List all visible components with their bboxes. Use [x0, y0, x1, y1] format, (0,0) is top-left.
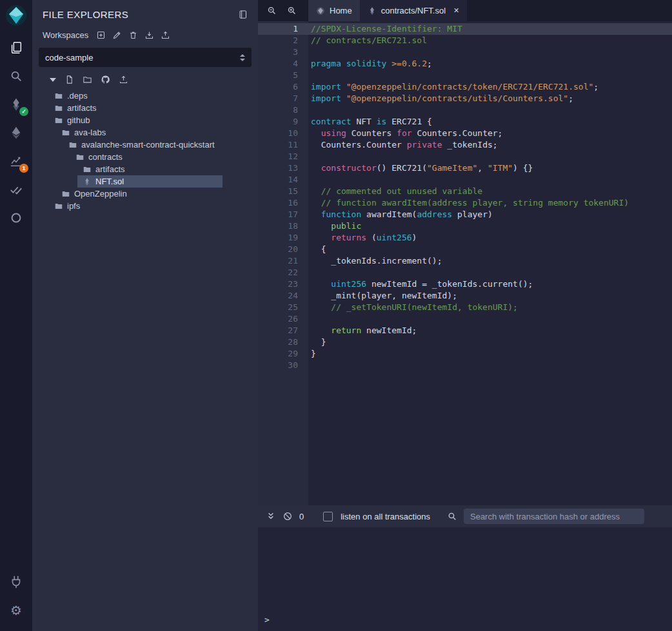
code-line[interactable]: 1//SPDX-License-Identifier: MIT — [258, 23, 672, 35]
upload-file-icon[interactable] — [119, 75, 128, 84]
line-number[interactable]: 13 — [258, 162, 308, 174]
solidity-analyzers-icon[interactable]: 1 — [7, 152, 25, 170]
code-line[interactable]: 22 — [258, 267, 672, 278]
line-number[interactable]: 24 — [258, 290, 308, 302]
tab-nft-sol[interactable]: contracts/NFT.sol ✕ — [360, 0, 468, 21]
code-line[interactable]: 9contract NFT is ERC721 { — [258, 116, 672, 128]
code-line[interactable]: 30 — [258, 360, 672, 371]
code-line[interactable]: 17 function awardItem(address player) — [258, 209, 672, 220]
new-file-icon[interactable] — [64, 75, 74, 84]
code-line[interactable]: 5 — [258, 70, 672, 81]
tree-item-folder[interactable]: OpenZeppelin — [32, 188, 258, 200]
line-number[interactable]: 4 — [258, 58, 308, 70]
code-line[interactable]: 19 returns (uint256) — [258, 232, 672, 244]
zoom-out-icon[interactable] — [267, 6, 277, 15]
line-number[interactable]: 28 — [258, 336, 308, 348]
line-number[interactable]: 25 — [258, 302, 308, 313]
close-tab-icon[interactable]: ✕ — [453, 6, 459, 15]
debugger-icon[interactable] — [7, 209, 25, 227]
code-line[interactable]: 3 — [258, 46, 672, 58]
journal-icon[interactable] — [238, 10, 248, 19]
deploy-run-icon[interactable] — [7, 124, 25, 142]
line-number[interactable]: 12 — [258, 151, 308, 162]
code-line[interactable]: 15 // commented out unused variable — [258, 186, 672, 197]
code-line[interactable]: 4pragma solidity >=0.6.2; — [258, 58, 672, 70]
line-number[interactable]: 17 — [258, 209, 308, 220]
rename-workspace-icon[interactable] — [112, 30, 122, 40]
line-number[interactable]: 22 — [258, 267, 308, 278]
line-number[interactable]: 10 — [258, 128, 308, 139]
code-line[interactable]: 23 uint256 newItemId = _tokenIds.current… — [258, 278, 672, 290]
code-line[interactable]: 14 — [258, 174, 672, 186]
tree-item-folder[interactable]: artifacts — [32, 102, 258, 114]
code-line[interactable]: 2// contracts/ERC721.sol — [258, 35, 672, 46]
line-number[interactable]: 14 — [258, 174, 308, 186]
code-line[interactable]: 18 public — [258, 220, 672, 232]
remix-logo-icon[interactable] — [5, 4, 28, 27]
tree-item-folder[interactable]: contracts — [32, 151, 258, 163]
line-number[interactable]: 9 — [258, 116, 308, 128]
line-number[interactable]: 5 — [258, 70, 308, 81]
line-number[interactable]: 30 — [258, 360, 308, 371]
zoom-in-icon[interactable] — [287, 6, 297, 15]
code-line[interactable]: 25 // _setTokenURI(newItemId, tokenURI); — [258, 302, 672, 313]
collapse-tree-caret-icon[interactable] — [50, 78, 56, 82]
tree-item-folder[interactable]: github — [32, 114, 258, 126]
line-number[interactable]: 16 — [258, 197, 308, 209]
listen-transactions-checkbox[interactable] — [323, 512, 333, 521]
line-number[interactable]: 23 — [258, 278, 308, 290]
code-line[interactable]: 28 } — [258, 336, 672, 348]
solidity-compiler-icon[interactable]: ✓ — [7, 95, 25, 113]
line-number[interactable]: 6 — [258, 81, 308, 93]
github-icon[interactable] — [101, 75, 110, 84]
tree-item-folder[interactable]: avalanche-smart-contract-quickstart — [32, 139, 258, 151]
line-number[interactable]: 8 — [258, 104, 308, 116]
code-line[interactable]: 10 using Counters for Counters.Counter; — [258, 128, 672, 139]
line-number[interactable]: 29 — [258, 348, 308, 360]
terminal-output[interactable]: > — [258, 527, 672, 631]
line-number[interactable]: 1 — [258, 23, 308, 35]
tree-item-folder[interactable]: ipfs — [32, 200, 258, 212]
code-line[interactable]: 21 _tokenIds.increment(); — [258, 255, 672, 267]
line-number[interactable]: 15 — [258, 186, 308, 197]
code-line[interactable]: 6import "@openzeppelin/contracts/token/E… — [258, 81, 672, 93]
line-number[interactable]: 2 — [258, 35, 308, 46]
solidity-unit-testing-icon[interactable] — [7, 180, 25, 199]
line-number[interactable]: 27 — [258, 325, 308, 336]
line-number[interactable]: 18 — [258, 220, 308, 232]
new-folder-icon[interactable] — [83, 75, 92, 84]
code-line[interactable]: 26 — [258, 313, 672, 325]
line-number[interactable]: 3 — [258, 46, 308, 58]
plugin-manager-icon[interactable] — [7, 573, 25, 591]
line-number[interactable]: 20 — [258, 244, 308, 255]
line-number[interactable]: 7 — [258, 93, 308, 104]
line-number[interactable]: 19 — [258, 232, 308, 244]
workspace-select[interactable]: code-sample — [39, 48, 252, 67]
code-line[interactable]: 20 { — [258, 244, 672, 255]
code-line[interactable]: 12 — [258, 151, 672, 162]
clear-console-icon[interactable] — [282, 511, 293, 521]
tree-item-folder[interactable]: artifacts — [32, 163, 258, 175]
restore-workspaces-icon[interactable] — [161, 30, 170, 40]
code-line[interactable]: 8 — [258, 104, 672, 116]
line-number[interactable]: 26 — [258, 313, 308, 325]
line-number[interactable]: 21 — [258, 255, 308, 267]
code-line[interactable]: 27 return newItemId; — [258, 325, 672, 336]
delete-workspace-icon[interactable] — [128, 30, 138, 40]
terminal-search-input[interactable] — [464, 509, 644, 524]
line-number[interactable]: 11 — [258, 139, 308, 151]
tab-home[interactable]: Home — [308, 0, 360, 21]
code-line[interactable]: 7import "@openzeppelin/contracts/utils/C… — [258, 93, 672, 104]
code-line[interactable]: 29} — [258, 348, 672, 360]
add-workspace-icon[interactable] — [96, 30, 106, 40]
file-explorer-icon[interactable] — [7, 39, 25, 57]
code-line[interactable]: 11 Counters.Counter private _tokenIds; — [258, 139, 672, 151]
tree-item-folder[interactable]: .deps — [32, 90, 258, 102]
download-workspaces-icon[interactable] — [144, 30, 154, 40]
tree-item-folder[interactable]: ava-labs — [32, 126, 258, 139]
tree-item-file[interactable]: NFT.sol — [32, 175, 258, 188]
code-line[interactable]: 24 _mint(player, newItemId); — [258, 290, 672, 302]
code-line[interactable]: 13 constructor() ERC721("GameItem", "ITM… — [258, 162, 672, 174]
code-editor[interactable]: 1//SPDX-License-Identifier: MIT2// contr… — [258, 21, 672, 505]
search-icon[interactable] — [7, 67, 25, 85]
